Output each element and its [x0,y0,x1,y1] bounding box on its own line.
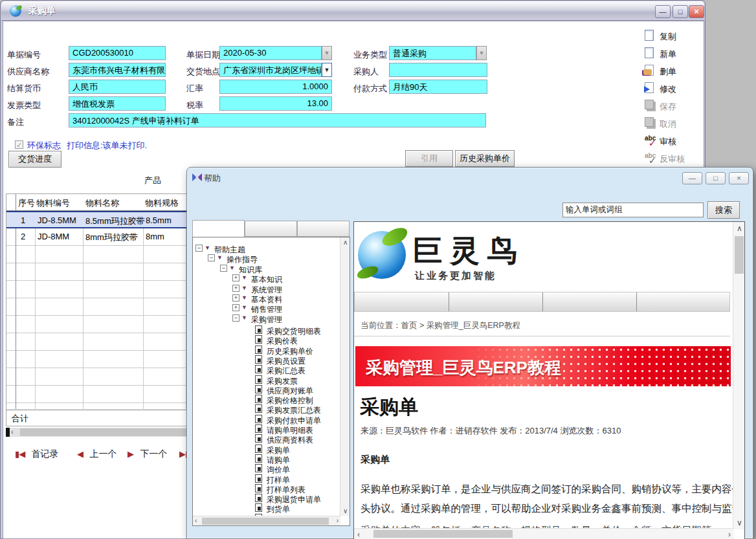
scrollbar-end-block [6,428,10,437]
col-seq[interactable]: 序号 [18,197,35,209]
action-button-column: 复制 新单 删单 修改 保存 取消 审核 反审核 [643,1,703,195]
main-titlebar[interactable]: 采购单 — □ × [1,1,704,21]
scrollbar-thumb[interactable] [202,518,329,525]
action-button[interactable]: 审核 [643,134,703,148]
scroll-left-icon[interactable]: ‹ [357,530,360,539]
help-search-input[interactable] [562,203,704,217]
divider [354,336,730,336]
site-nav-item[interactable] [636,292,730,311]
grid-line [16,194,16,211]
site-nav-item[interactable] [542,292,636,311]
buyer-field[interactable] [389,63,487,77]
cell-name: 8.5mm玛拉胶带 [85,215,145,227]
tree-page-icon [255,424,262,433]
scroll-up-icon[interactable]: ∧ [343,239,348,246]
quote-button[interactable]: 引用 [405,150,453,167]
scroll-right-icon[interactable]: › [728,530,731,539]
help-titlebar[interactable]: 帮助 — □ × [187,168,753,188]
tree-branch-icon: ▼ [217,254,223,261]
invoice-type-field[interactable]: 增值税发票 [69,96,166,111]
help-close-button[interactable]: × [729,172,749,184]
doc-no-field[interactable]: CGD200530010 [69,46,166,60]
scrollbar-thumb[interactable] [373,530,513,538]
help-minimize-button[interactable]: — [682,172,702,184]
doc-date-field[interactable]: 2020-05-30 [219,46,322,60]
record-nav-button[interactable]: ▶ 下一个 [128,448,167,461]
record-nav-icon: ▮◀ [15,449,25,459]
action-button[interactable]: 保存 [643,99,703,113]
cell-name: 8mm玛拉胶带 [85,232,138,243]
scroll-right-icon[interactable]: › [337,517,339,524]
eco-flag-checkbox[interactable]: ✓ [15,140,23,149]
delivery-place-dropdown-icon[interactable]: ▼ [322,63,332,77]
tree-expand-icon[interactable]: − [208,254,215,261]
help-tab[interactable] [297,221,350,237]
action-button[interactable]: 新单 [643,47,703,61]
tax-rate-field[interactable]: 13.00 [219,96,332,111]
col-spec[interactable]: 物料规格 [145,197,179,209]
scroll-up-icon[interactable]: ∧ [737,224,742,233]
action-button[interactable]: 反审核 [643,151,703,166]
page-banner: 采购管理_巨灵鸟ERP教程 [355,346,731,386]
site-nav-item[interactable] [355,292,449,311]
action-button[interactable]: 取消 [643,116,703,131]
supplier-field[interactable]: 东莞市伟兴电子材料有限公司 [69,63,166,77]
history-price-button[interactable]: 历史采购单价 [455,150,515,167]
tree-expand-icon[interactable]: − [195,245,203,252]
action-button[interactable]: 删单 [643,64,703,78]
tree-page-icon [255,415,262,423]
scroll-down-icon[interactable]: ∨ [737,518,742,527]
tree-page-icon [255,484,262,492]
tree-page-icon [255,503,262,512]
site-nav-bar [354,292,730,312]
currency-field[interactable]: 人民币 [69,80,166,94]
help-restore-button[interactable]: □ [706,172,726,184]
buyer-label: 采购人 [353,66,379,78]
content-vertical-scrollbar[interactable]: ∧ ∨ [733,222,744,529]
col-code[interactable]: 物料编号 [36,197,70,209]
doc-no-label: 单据编号 [7,49,41,61]
tree-expand-icon[interactable]: − [220,265,227,272]
delivery-place-field[interactable]: 广东省深圳市龙岗区坪地镇六 [219,63,322,77]
tax-rate-label: 税率 [186,100,203,111]
help-search-button[interactable]: 搜索 [707,201,740,219]
help-window: 帮助 — □ × 搜索 − ▼ 帮助主题 − ▼ 操作指导 − ▼ 知识库 + … [186,167,753,539]
tree-horizontal-scrollbar[interactable]: ‹ › [193,516,340,525]
currency-label: 结算货币 [7,83,41,94]
help-tab[interactable] [192,220,245,237]
tree-expand-icon[interactable]: + [232,285,239,292]
action-button[interactable]: 复制 [643,29,703,43]
payment-field[interactable]: 月结90天 [389,80,487,94]
tree-branch-icon: ▼ [241,274,247,281]
biz-type-dropdown-icon[interactable]: ▼ [476,46,487,60]
tab-product[interactable]: 产品 [144,175,161,186]
action-button-label: 新单 [660,49,676,60]
payment-label: 付款方式 [353,83,387,94]
action-button-icon [645,30,654,41]
scroll-left-icon[interactable]: ‹ [195,517,197,524]
content-horizontal-scrollbar[interactable]: ‹ › [354,528,734,539]
tree-expand-icon[interactable]: − [232,314,239,322]
supplier-label: 供应商名称 [7,66,49,78]
record-nav-button[interactable]: ◀ 上一个 [77,448,117,461]
help-tab[interactable] [245,221,297,237]
delivery-progress-button[interactable]: 交货进度 [8,151,61,168]
remark-field[interactable]: 34012000042S 产线申请补料订单 [69,113,486,127]
action-button[interactable]: 修改 [643,82,703,96]
biz-type-field[interactable]: 普通采购 [389,46,476,60]
tree-expand-icon[interactable]: + [232,304,239,311]
col-name[interactable]: 物料名称 [85,197,119,209]
action-button-label: 反审核 [660,153,685,165]
doc-date-dropdown-icon[interactable]: ▼ [322,46,332,60]
tree-expand-icon[interactable]: + [232,274,239,281]
site-nav-item[interactable] [449,292,542,311]
tree-vertical-scrollbar[interactable]: ∧ ∨ [340,237,350,516]
scroll-left-icon[interactable]: ‹ [11,428,14,435]
exchange-rate-field[interactable]: 1.0000 [219,80,332,94]
record-nav-button[interactable]: ▮◀ 首记录 [15,448,59,461]
record-nav-label: 上一个 [89,448,117,459]
tree-expand-icon[interactable]: + [232,294,239,302]
scroll-down-icon[interactable]: ∨ [343,507,348,514]
cell-seq: 2 [21,232,25,241]
scrollbar-thumb[interactable] [735,236,744,274]
